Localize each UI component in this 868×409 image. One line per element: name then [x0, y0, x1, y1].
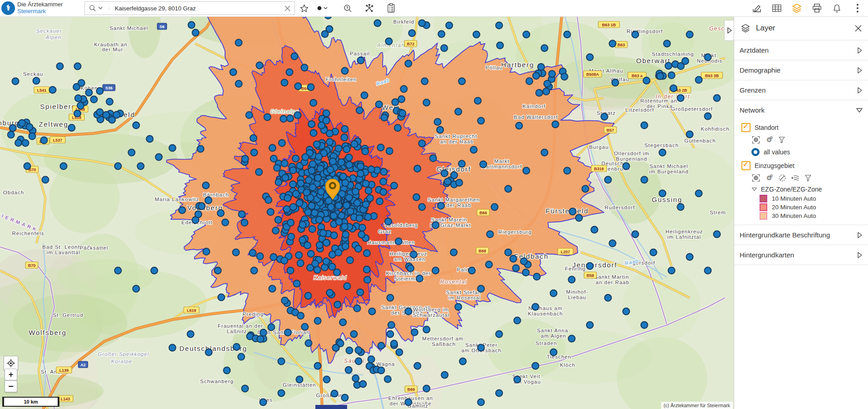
svg-text:Obdach: Obdach	[3, 190, 24, 195]
panel-collapse-button[interactable]	[724, 20, 734, 41]
einzugsgebiet-checkbox[interactable]: ✓	[741, 161, 750, 170]
chevron-right-icon[interactable]	[857, 87, 863, 94]
ezg-zone-group-row[interactable]: EZG-Zone/EZG-Zone	[741, 184, 868, 194]
svg-text:Laßnitz: Laßnitz	[227, 329, 247, 334]
chevron-right-icon[interactable]	[857, 251, 863, 259]
zoom-to-extent-icon[interactable]	[751, 173, 760, 182]
svg-text:der Mur: der Mur	[102, 47, 123, 52]
svg-text:Reichenfels: Reichenfels	[12, 231, 44, 236]
attribute-table-icon[interactable]	[770, 2, 783, 15]
section-label: Demographie	[740, 66, 857, 74]
svg-text:Saßbach: Saßbach	[432, 341, 456, 347]
layer-section-network[interactable]: Network	[734, 100, 868, 120]
labels-icon[interactable]	[791, 173, 800, 182]
layer-panel: Layer Arztdaten Demographie Grenzen Netw…	[734, 16, 868, 409]
filter-funnel-icon[interactable]	[778, 136, 786, 144]
svg-text:Almenland: Almenland	[377, 42, 409, 49]
filter-funnel-icon[interactable]	[804, 174, 812, 182]
zoom-to-extent-icon[interactable]	[751, 135, 760, 144]
standort-tools: ⚙⚙	[741, 133, 868, 146]
svg-text:Wagna: Wagna	[376, 361, 395, 367]
layer-section-demographie[interactable]: Demographie	[734, 60, 868, 80]
transparency-icon[interactable]	[778, 173, 787, 182]
network-layer-children: ✓ Standort ⚙⚙ all values ✓ Einzugsgebiet	[734, 120, 868, 225]
svg-text:Rosental: Rosental	[440, 279, 467, 285]
chevron-right-icon[interactable]	[857, 47, 863, 54]
zoom-in-button[interactable]: +	[5, 369, 17, 380]
group-expand-icon[interactable]	[751, 187, 757, 192]
svg-text:Zeltweg: Zeltweg	[39, 120, 68, 128]
all-values-radio[interactable]	[751, 148, 760, 156]
svg-text:Sankt Michael: Sankt Michael	[649, 163, 688, 169]
chevron-down-icon[interactable]	[856, 108, 863, 113]
network-analysis-icon[interactable]	[363, 2, 376, 15]
layer-section-hintergrundkarten[interactable]: Hintergrundkarten	[734, 245, 868, 265]
map-attribution: (c) Ärztekammer für Steiermark	[661, 402, 733, 409]
address-search-box[interactable]	[84, 1, 295, 15]
layer-section-grenzen[interactable]: Grenzen	[734, 80, 868, 100]
search-type-caret[interactable]	[98, 7, 109, 10]
settings-gears-icon[interactable]: ⚙⚙	[765, 135, 774, 144]
svg-text:B319: B319	[594, 167, 604, 171]
close-panel-icon[interactable]	[854, 25, 862, 32]
notifications-bell-icon[interactable]	[830, 2, 843, 15]
report-clipboard-icon[interactable]	[385, 2, 397, 15]
search-icon[interactable]	[85, 4, 98, 12]
layers-icon[interactable]	[790, 2, 803, 15]
svg-text:B72: B72	[407, 42, 415, 46]
svg-text:L207: L207	[561, 250, 570, 254]
svg-text:Großpetersdorf: Großpetersdorf	[671, 106, 713, 112]
svg-text:Hartmannsdorf: Hartmannsdorf	[481, 164, 522, 169]
legend-item-10min: 10 Minuten Auto	[741, 194, 868, 203]
svg-text:Straden: Straden	[535, 340, 557, 346]
search-help-icon[interactable]: ?	[341, 2, 354, 15]
zoom-out-button[interactable]: −	[5, 380, 17, 392]
svg-text:Seckauer: Seckauer	[36, 28, 62, 34]
search-input[interactable]	[114, 5, 280, 12]
standort-checkbox[interactable]: ✓	[741, 123, 750, 132]
svg-text:Pöllau: Pöllau	[485, 65, 503, 70]
svg-text:B69: B69	[407, 387, 415, 392]
svg-text:Bärnbach: Bärnbach	[203, 192, 229, 197]
settings-gears-icon[interactable]: ⚙⚙	[765, 173, 774, 182]
section-label: Grenzen	[740, 86, 857, 94]
map-canvas[interactable]: SeckauerAlpenSankt MichaelKraubath ander…	[0, 16, 734, 409]
svg-text:Bad Waltersdorf: Bad Waltersdorf	[514, 114, 558, 120]
legend-label: 20 Minuten Auto	[772, 204, 816, 211]
svg-text:⚙: ⚙	[770, 173, 773, 178]
print-icon[interactable]	[810, 2, 823, 15]
chevron-right-icon[interactable]	[857, 232, 863, 239]
edit-tools-icon[interactable]	[750, 2, 763, 15]
svg-text:Kohfidisch: Kohfidisch	[701, 126, 729, 132]
svg-text:im Burgenland: im Burgenland	[649, 169, 688, 174]
favorite-star-icon[interactable]	[298, 2, 310, 15]
layer-panel-header: Layer	[734, 16, 868, 40]
svg-text:B63 1B: B63 1B	[602, 23, 616, 27]
svg-text:L541: L541	[37, 88, 47, 93]
layer-section-arztdaten[interactable]: Arztdaten	[734, 40, 868, 60]
svg-text:Sankt Michael: Sankt Michael	[109, 25, 148, 31]
recent-dot-icon[interactable]	[314, 2, 331, 15]
standort-symbology-row[interactable]: all values	[741, 146, 868, 158]
svg-text:Strem: Strem	[710, 210, 726, 215]
ezg-zone-label: EZG-Zone/EZG-Zone	[761, 186, 822, 193]
chevron-right-icon[interactable]	[857, 67, 863, 74]
einzugsgebiet-layer-row[interactable]: ✓ Einzugsgebiet	[741, 160, 868, 172]
svg-text:Sankt Ruprecht: Sankt Ruprecht	[435, 133, 477, 139]
svg-text:S6: S6	[159, 25, 164, 29]
svg-text:der Pinka: der Pinka	[647, 103, 673, 109]
layer-section-hintergrundkarte-beschriftung[interactable]: Hintergrundkarte Beschriftung	[734, 225, 868, 245]
svg-text:Markt: Markt	[494, 158, 510, 164]
svg-text:S36: S36	[105, 86, 113, 90]
brand-line1: Die Ärztekammer	[17, 1, 63, 8]
cut-off-map-label	[315, 405, 347, 409]
standort-layer-row[interactable]: ✓ Standort	[741, 122, 868, 133]
svg-text:im Lafnitztal: im Lafnitztal	[667, 234, 701, 240]
clear-search-icon[interactable]	[280, 5, 294, 11]
svg-text:A2: A2	[80, 363, 86, 367]
svg-text:B66: B66	[480, 211, 487, 215]
legend-swatch-10min	[760, 195, 767, 202]
svg-text:Jennersdorf: Jennersdorf	[572, 261, 617, 269]
scale-bar: 10 km	[2, 397, 59, 407]
more-options-icon[interactable]	[851, 2, 864, 15]
